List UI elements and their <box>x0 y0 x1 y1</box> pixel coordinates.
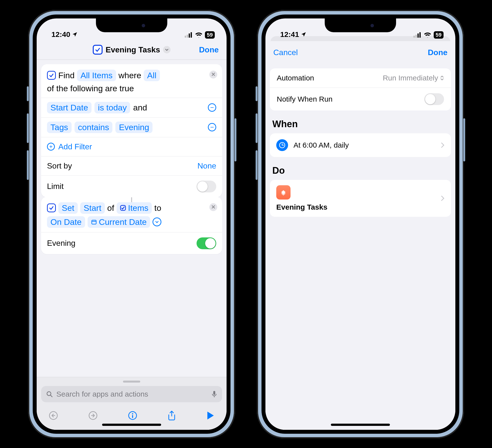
home-indicator[interactable] <box>331 424 390 426</box>
svg-line-8 <box>50 395 52 397</box>
home-indicator[interactable] <box>102 424 161 426</box>
notch <box>325 18 396 32</box>
sort-by-label: Sort by <box>47 161 72 170</box>
automation-settings-group: Automation Run Immediately Notify When R… <box>270 68 451 110</box>
shortcut-title[interactable]: Evening Tasks <box>106 45 160 54</box>
svg-rect-2 <box>189 33 190 38</box>
filter-field-token[interactable]: Tags <box>47 122 72 133</box>
remove-filter-button[interactable]: − <box>208 123 216 131</box>
evening-option-row: Evening <box>41 232 222 254</box>
svg-rect-15 <box>132 415 133 418</box>
limit-toggle[interactable] <box>197 181 216 192</box>
find-verb: Find <box>58 71 75 80</box>
find-where: where <box>119 71 141 80</box>
filter-op-token[interactable]: is today <box>94 102 130 113</box>
automation-sheet: Cancel Done Automation Run Immediately <box>265 41 455 430</box>
svg-rect-9 <box>213 391 215 395</box>
find-subject-token[interactable]: All Items <box>77 70 116 81</box>
automation-mode-row[interactable]: Automation Run Immediately <box>270 68 451 88</box>
shortcuts-icon <box>276 185 291 200</box>
svg-rect-18 <box>417 33 419 38</box>
chevron-right-icon <box>441 142 445 148</box>
undo-button[interactable] <box>48 411 58 420</box>
notch <box>96 18 167 32</box>
set-to: to <box>154 203 161 213</box>
cellular-icon <box>414 32 421 38</box>
when-trigger-row[interactable]: At 6:00 AM, daily <box>270 133 451 157</box>
dictation-icon[interactable] <box>211 390 217 398</box>
phone-right: 12:41 59 <box>257 10 464 438</box>
battery-icon: 59 <box>434 31 444 39</box>
redo-button[interactable] <box>88 411 98 420</box>
filter-joiner: and <box>133 103 147 112</box>
search-icon <box>46 391 53 398</box>
plus-icon: + <box>47 143 55 151</box>
set-target-token[interactable]: Items <box>117 202 152 214</box>
svg-rect-0 <box>185 36 186 38</box>
share-button[interactable] <box>167 410 176 421</box>
svg-rect-3 <box>191 32 192 38</box>
filter-row[interactable]: Start Date is today and − <box>41 98 222 118</box>
limit-label: Limit <box>47 182 64 191</box>
set-mode-token[interactable]: On Date <box>47 216 85 228</box>
do-group: Evening Tasks <box>270 180 451 217</box>
set-date-token[interactable]: Current Date <box>88 216 150 228</box>
done-button[interactable]: Done <box>428 48 447 57</box>
set-prop-token[interactable]: Start <box>80 202 105 214</box>
remove-filter-button[interactable]: − <box>208 103 216 112</box>
actions-drawer[interactable]: Search for apps and actions <box>37 377 227 405</box>
filter-op-token[interactable]: contains <box>75 122 113 133</box>
find-suffix: of the following are true <box>47 84 201 93</box>
add-filter-button[interactable]: + Add Filter <box>41 137 222 156</box>
info-button[interactable] <box>128 411 138 420</box>
battery-icon: 59 <box>205 31 215 39</box>
svg-point-14 <box>132 413 133 414</box>
evening-toggle[interactable] <box>197 237 216 249</box>
do-shortcut-row[interactable]: Evening Tasks <box>270 180 451 217</box>
location-icon <box>72 31 78 37</box>
drawer-grabber[interactable] <box>123 381 140 383</box>
status-time: 12:40 <box>51 30 70 39</box>
notify-row: Notify When Run <box>270 88 451 110</box>
delete-action-button[interactable]: ✕ <box>209 203 217 211</box>
svg-rect-16 <box>414 36 415 38</box>
cellular-icon <box>185 32 193 38</box>
do-shortcut-name: Evening Tasks <box>276 203 445 211</box>
sort-by-value[interactable]: None <box>198 161 216 170</box>
set-action-card[interactable]: Set Start of Items to On Date <box>41 197 222 254</box>
automation-value: Run Immediately <box>383 74 438 82</box>
updown-icon <box>440 75 444 81</box>
filter-field-token[interactable]: Start Date <box>47 102 92 113</box>
set-verb-token[interactable]: Set <box>58 202 78 214</box>
status-time: 12:41 <box>280 30 299 39</box>
things-app-icon <box>93 45 103 55</box>
things-app-icon <box>47 71 56 80</box>
find-action-card[interactable]: Find All Items where All of the followin… <box>41 64 222 197</box>
sort-by-row[interactable]: Sort by None <box>41 156 222 176</box>
search-placeholder: Search for apps and actions <box>56 390 208 398</box>
svg-rect-1 <box>187 35 188 38</box>
delete-action-button[interactable]: ✕ <box>209 71 217 78</box>
title-menu-chevron-icon[interactable] <box>163 46 170 53</box>
notify-toggle[interactable] <box>424 93 444 105</box>
done-button[interactable]: Done <box>199 45 219 54</box>
svg-rect-5 <box>92 220 96 224</box>
find-qualifier-token[interactable]: All <box>144 70 160 81</box>
filter-row[interactable]: Tags contains Evening − <box>41 118 222 137</box>
location-icon <box>301 31 307 37</box>
variable-icon <box>120 205 126 211</box>
when-heading: When <box>270 119 451 133</box>
automation-label: Automation <box>277 74 314 82</box>
phone-left: 12:40 59 <box>28 10 235 438</box>
cancel-button[interactable]: Cancel <box>273 48 298 57</box>
expand-action-button[interactable] <box>153 217 161 226</box>
sheet-nav: Cancel Done <box>265 41 455 63</box>
wifi-icon <box>195 32 202 38</box>
svg-rect-17 <box>415 35 417 38</box>
calendar-icon <box>91 219 97 225</box>
run-button[interactable] <box>206 411 215 420</box>
filter-value-token[interactable]: Evening <box>115 122 153 133</box>
do-heading: Do <box>270 165 451 180</box>
editor-canvas[interactable]: Find All Items where All of the followin… <box>37 60 227 377</box>
action-search-field[interactable]: Search for apps and actions <box>41 386 222 402</box>
